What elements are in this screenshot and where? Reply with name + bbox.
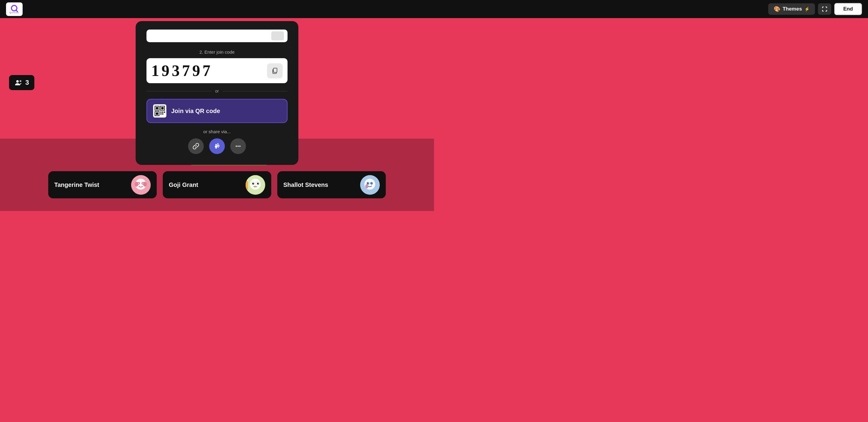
player-avatar bbox=[246, 175, 265, 195]
card-top-bar-button[interactable] bbox=[271, 31, 284, 40]
copy-button[interactable] bbox=[267, 63, 283, 79]
svg-rect-13 bbox=[160, 112, 161, 113]
svg-point-49 bbox=[365, 184, 368, 188]
svg-rect-8 bbox=[156, 107, 158, 110]
player-name: Shallot Stevens bbox=[283, 181, 328, 188]
qr-button-label: Join via QR code bbox=[171, 108, 220, 115]
step-label: 2. Enter join code bbox=[147, 50, 287, 55]
top-nav: Quizizz 🎨 Themes ⚡ End bbox=[0, 0, 434, 18]
or-line-left bbox=[147, 91, 212, 91]
svg-rect-10 bbox=[161, 107, 164, 110]
svg-point-23 bbox=[20, 80, 22, 82]
svg-text:Quizizz: Quizizz bbox=[9, 11, 19, 14]
svg-point-18 bbox=[216, 144, 217, 146]
svg-point-19 bbox=[236, 146, 237, 147]
player-name: Tangerine Twist bbox=[54, 181, 99, 188]
or-divider: or bbox=[147, 89, 287, 93]
svg-point-20 bbox=[238, 146, 239, 147]
share-label: or share via... bbox=[147, 129, 287, 134]
svg-point-21 bbox=[239, 146, 241, 147]
svg-point-32 bbox=[143, 182, 147, 187]
player-card: Shallot Stevens bbox=[277, 171, 386, 198]
qr-code-button[interactable]: Join via QR code bbox=[147, 99, 287, 123]
participants-count: 3 bbox=[25, 79, 29, 87]
svg-point-22 bbox=[16, 80, 19, 83]
join-code: 193797 bbox=[151, 62, 213, 80]
player-card: Goji Grant bbox=[163, 171, 271, 198]
card-top-bar bbox=[147, 30, 287, 42]
svg-point-39 bbox=[253, 183, 254, 184]
share-more-button[interactable] bbox=[230, 138, 246, 154]
logo: Quizizz bbox=[6, 2, 23, 16]
player-cards: Tangerine Twist Goji Grant bbox=[0, 171, 434, 198]
svg-rect-15 bbox=[160, 113, 161, 115]
svg-point-37 bbox=[252, 183, 254, 184]
svg-point-40 bbox=[258, 183, 258, 184]
svg-rect-42 bbox=[246, 181, 248, 190]
player-avatar bbox=[131, 175, 151, 195]
or-line-right bbox=[222, 91, 287, 91]
svg-rect-5 bbox=[273, 68, 277, 72]
svg-rect-14 bbox=[162, 112, 163, 113]
svg-point-47 bbox=[368, 182, 369, 183]
player-card: Tangerine Twist bbox=[48, 171, 157, 198]
join-card: 2. Enter join code 193797 or bbox=[135, 21, 299, 165]
svg-rect-12 bbox=[156, 113, 158, 115]
svg-point-48 bbox=[372, 182, 373, 183]
player-avatar bbox=[360, 175, 380, 195]
player-name: Goji Grant bbox=[169, 181, 198, 188]
svg-point-38 bbox=[257, 183, 259, 184]
participants-badge[interactable]: 3 bbox=[9, 75, 34, 90]
qr-icon bbox=[153, 104, 166, 118]
share-icons bbox=[147, 138, 287, 154]
people-icon bbox=[14, 79, 23, 86]
svg-rect-16 bbox=[162, 113, 163, 115]
svg-point-31 bbox=[135, 182, 138, 187]
join-code-box: 193797 bbox=[147, 58, 287, 83]
svg-rect-17 bbox=[164, 112, 165, 113]
share-link-button[interactable] bbox=[188, 138, 204, 154]
or-text: or bbox=[215, 89, 219, 93]
share-teams-button[interactable] bbox=[209, 138, 225, 154]
